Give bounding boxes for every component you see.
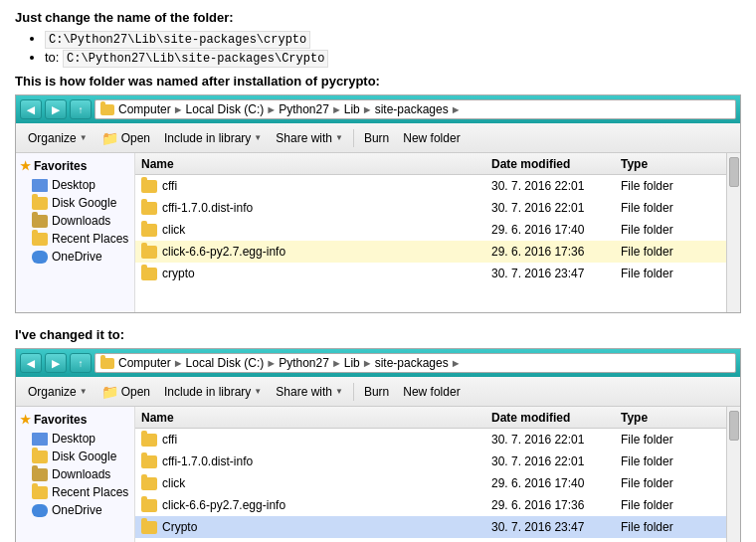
share-with-arrow-1: ▼: [335, 133, 343, 142]
sidebar-recentplaces-label-1: Recent Places: [52, 232, 128, 246]
intro-item-2: to: C:\Python27\Lib\site-packages\Crypto: [45, 50, 741, 66]
open-label-2: Open: [121, 385, 150, 399]
forward-button-2[interactable]: ▶: [45, 353, 67, 373]
open-icon-2: 📁: [101, 384, 118, 400]
sidebar-item-diskgoogle-1[interactable]: Disk Google: [20, 194, 130, 212]
col-name-2: Name: [141, 411, 491, 425]
sidebar-onedrive-label-2: OneDrive: [52, 503, 102, 517]
col-date-1: Date modified: [491, 157, 621, 171]
up-button-1[interactable]: ↑: [70, 99, 92, 119]
breadcrumb-folder-icon: [100, 104, 114, 115]
crumb-computer[interactable]: Computer: [118, 102, 171, 116]
col-name-1: Name: [141, 157, 491, 171]
recentplaces-icon-2: [32, 486, 48, 499]
crumb-python27-2[interactable]: Python27: [279, 356, 329, 370]
share-with-arrow-2: ▼: [335, 387, 343, 396]
content-area-1: ★ Favorites Desktop Disk Google Download…: [16, 153, 740, 312]
file-row-Crypto-2[interactable]: Crypto 30. 7. 2016 23:47 File folder: [135, 516, 726, 538]
sidebar-item-recentplaces-1[interactable]: Recent Places: [20, 230, 130, 248]
back-button-1[interactable]: ◀: [20, 99, 42, 119]
sidebar-recentplaces-label-2: Recent Places: [52, 485, 128, 499]
organize-arrow-2: ▼: [80, 387, 88, 396]
sidebar-desktop-label-1: Desktop: [52, 178, 95, 192]
folder-icon-Crypto-2: [141, 521, 157, 534]
open-btn-1[interactable]: 📁 Open: [95, 127, 156, 149]
col-type-2: Type: [621, 411, 720, 425]
diskgoogle-icon-2: [32, 451, 48, 463]
sidebar-item-onedrive-2[interactable]: OneDrive: [20, 501, 130, 519]
scrollbar-1[interactable]: [726, 153, 740, 312]
sidebar-item-diskgoogle-2[interactable]: Disk Google: [20, 448, 130, 465]
folder-icon-cffi17-2: [141, 455, 157, 468]
sidebar-item-recentplaces-2[interactable]: Recent Places: [20, 483, 130, 501]
sidebar-item-desktop-2[interactable]: Desktop: [20, 430, 130, 448]
scrollbar-2[interactable]: [726, 407, 740, 542]
sidebar-diskgoogle-label-1: Disk Google: [52, 196, 116, 210]
folder-icon-click-2: [141, 477, 157, 490]
crumb-computer-2[interactable]: Computer: [118, 356, 171, 370]
share-with-btn-1[interactable]: Share with ▼: [270, 127, 349, 149]
file-name-cffi-1: cffi: [141, 179, 491, 193]
desktop-icon-2: [32, 433, 48, 446]
crumb-lib[interactable]: Lib: [344, 102, 360, 116]
file-row-click66-1[interactable]: click-6.6-py2.7.egg-info 29. 6. 2016 17:…: [135, 241, 726, 263]
breadcrumb-2[interactable]: Computer ► Local Disk (C:) ► Python27 ► …: [94, 353, 736, 373]
breadcrumb-1[interactable]: Computer ► Local Disk (C:) ► Python27 ► …: [94, 99, 736, 119]
crumb-lib-2[interactable]: Lib: [344, 356, 360, 370]
crumb-localdisk[interactable]: Local Disk (C:): [186, 102, 265, 116]
file-row-cffi17-1[interactable]: cffi-1.7.0.dist-info 30. 7. 2016 22:01 F…: [135, 197, 726, 219]
crumb-sitepackages[interactable]: site-packages: [375, 102, 449, 116]
col-date-2: Date modified: [491, 411, 621, 425]
sidebar-onedrive-label-1: OneDrive: [52, 250, 102, 264]
burn-btn-2[interactable]: Burn: [358, 381, 395, 403]
sidebar-item-onedrive-1[interactable]: OneDrive: [20, 248, 130, 266]
crumb-sitepackages-2[interactable]: site-packages: [375, 356, 449, 370]
folder-icon-cffi-2: [141, 434, 157, 447]
sidebar-downloads-label-1: Downloads: [52, 214, 110, 228]
up-button-2[interactable]: ↑: [70, 353, 92, 373]
file-row-cffi17-2[interactable]: cffi-1.7.0.dist-info 30. 7. 2016 22:01 F…: [135, 451, 726, 472]
file-row-crypto-1[interactable]: crypto 30. 7. 2016 23:47 File folder: [135, 263, 726, 284]
sidebar-nav-2: ★ Favorites Desktop Disk Google Download…: [16, 407, 135, 542]
sidebar-nav-1: ★ Favorites Desktop Disk Google Download…: [16, 153, 135, 312]
include-library-btn-1[interactable]: Include in library ▼: [158, 127, 268, 149]
include-library-label-2: Include in library: [164, 385, 251, 399]
file-name-click66-2: click-6.6-py2.7.egg-info: [141, 498, 491, 512]
sidebar-desktop-label-2: Desktop: [52, 432, 95, 446]
star-icon-1: ★: [20, 159, 31, 173]
col-type-1: Type: [621, 157, 720, 171]
file-name-click66-1: click-6.6-py2.7.egg-info: [141, 245, 491, 259]
sidebar-item-desktop-1[interactable]: Desktop: [20, 176, 130, 194]
share-with-btn-2[interactable]: Share with ▼: [270, 381, 349, 403]
crumb-python27[interactable]: Python27: [279, 102, 329, 116]
favorites-label-2: Favorites: [34, 413, 87, 427]
favorites-group-1: ★ Favorites: [20, 159, 130, 173]
new-folder-btn-2[interactable]: New folder: [397, 381, 466, 403]
crumb-localdisk-2[interactable]: Local Disk (C:): [186, 356, 265, 370]
back-button-2[interactable]: ◀: [20, 353, 42, 373]
new-folder-btn-1[interactable]: New folder: [397, 127, 466, 149]
file-row-click66-2[interactable]: click-6.6-py2.7.egg-info 29. 6. 2016 17:…: [135, 494, 726, 516]
scrollbar-thumb-1[interactable]: [729, 157, 739, 187]
folder-icon-click-1: [141, 224, 157, 237]
sidebar-item-downloads-2[interactable]: Downloads: [20, 465, 130, 483]
organize-btn-2[interactable]: Organize ▼: [22, 381, 94, 403]
scrollbar-thumb-2[interactable]: [729, 411, 739, 441]
sidebar-item-downloads-1[interactable]: Downloads: [20, 212, 130, 230]
file-row-click-1[interactable]: click 29. 6. 2016 17:40 File folder: [135, 219, 726, 241]
burn-btn-1[interactable]: Burn: [358, 127, 395, 149]
file-row-cffi-2[interactable]: cffi 30. 7. 2016 22:01 File folder: [135, 429, 726, 451]
include-library-btn-2[interactable]: Include in library ▼: [158, 381, 268, 403]
organize-btn-1[interactable]: Organize ▼: [22, 127, 94, 149]
onedrive-icon-1: [32, 251, 48, 264]
forward-button-1[interactable]: ▶: [45, 99, 67, 119]
open-icon-1: 📁: [101, 130, 118, 146]
folder-icon-click66-2: [141, 499, 157, 512]
file-row-cffi-1[interactable]: cffi 30. 7. 2016 22:01 File folder: [135, 175, 726, 197]
file-row-click-2[interactable]: click 29. 6. 2016 17:40 File folder: [135, 472, 726, 494]
downloads-icon-2: [32, 468, 48, 481]
favorites-group-2: ★ Favorites: [20, 413, 130, 427]
file-name-click-2: click: [141, 476, 491, 490]
open-btn-2[interactable]: 📁 Open: [95, 381, 156, 403]
file-name-click-1: click: [141, 223, 491, 237]
